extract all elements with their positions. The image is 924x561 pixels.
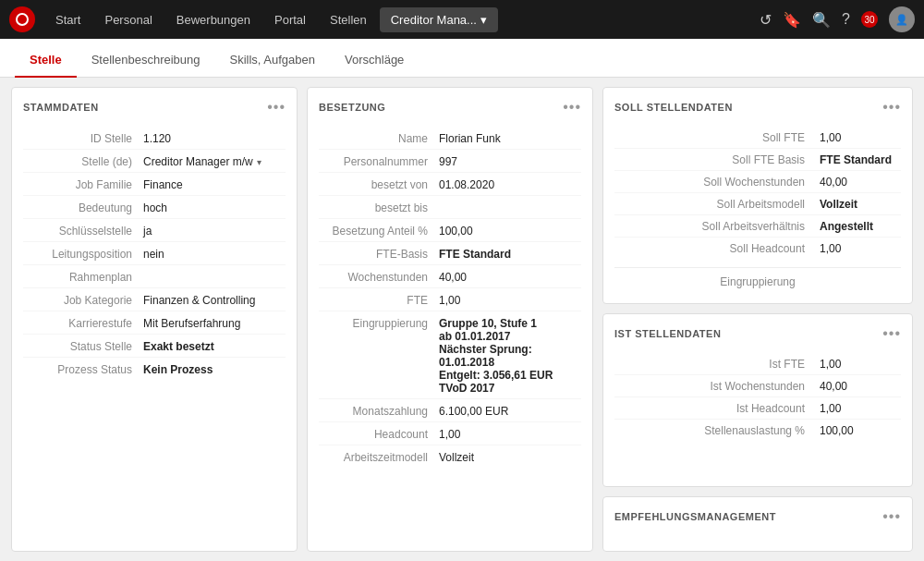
search-icon[interactable]: 🔍 bbox=[812, 11, 831, 29]
row-value: Kein Prozess bbox=[143, 361, 286, 376]
stammdaten-title: STAMMDATEN bbox=[23, 102, 99, 113]
row-value bbox=[143, 269, 286, 271]
soll-rows: Soll FTE1,00Soll FTE BasisFTE StandardSo… bbox=[614, 127, 901, 260]
row-value: 1.120 bbox=[143, 130, 286, 145]
nav-bewerbungen[interactable]: Bewerbungen bbox=[165, 7, 261, 32]
row-label: Soll Wochenstunden bbox=[622, 176, 820, 189]
row-label: Ist FTE bbox=[622, 358, 820, 371]
empfehlung-menu[interactable]: ••• bbox=[882, 508, 901, 525]
stammdaten-menu[interactable]: ••• bbox=[267, 99, 286, 116]
table-row: Soll ArbeitsverhältnisAngestellt bbox=[614, 215, 901, 238]
row-value[interactable]: Creditor Manager m/w bbox=[143, 153, 286, 168]
table-row: besetzt bis bbox=[319, 196, 581, 219]
table-row: Ist FTE1,00 bbox=[614, 353, 901, 375]
table-row: ArbeitszeitmodellVollzeit bbox=[319, 445, 581, 468]
nav-start[interactable]: Start bbox=[44, 7, 91, 32]
row-value bbox=[439, 200, 581, 201]
row-label: Soll Headcount bbox=[622, 242, 820, 255]
table-row: besetzt von01.08.2020 bbox=[319, 173, 581, 196]
besetzung-rows: NameFlorian FunkPersonalnummer997besetzt… bbox=[319, 127, 581, 468]
row-value: Finanzen & Controlling bbox=[143, 292, 286, 307]
table-row: Soll ArbeitsmodellVollzeit bbox=[614, 193, 901, 215]
stammdaten-header: STAMMDATEN ••• bbox=[23, 99, 286, 116]
eingruppierung-divider[interactable]: Eingruppierung bbox=[614, 267, 901, 292]
notification-badge[interactable]: 30 bbox=[861, 11, 878, 28]
history-icon[interactable]: ↺ bbox=[760, 11, 772, 29]
row-value: Vollzeit bbox=[439, 449, 581, 464]
row-label: Soll FTE Basis bbox=[622, 153, 820, 166]
table-row: Personalnummer997 bbox=[319, 150, 581, 173]
row-value: FTE Standard bbox=[439, 246, 581, 261]
table-row: Status StelleExakt besetzt bbox=[23, 335, 286, 358]
nav-portal[interactable]: Portal bbox=[263, 7, 317, 32]
app-logo[interactable] bbox=[9, 6, 35, 32]
table-row: Besetzung Anteil %100,00 bbox=[319, 219, 581, 242]
row-label: Rahmenplan bbox=[23, 269, 143, 284]
besetzung-menu[interactable]: ••• bbox=[563, 99, 581, 116]
ist-stellendaten-card: IST STELLENDATEN ••• Ist FTE1,00Ist Woch… bbox=[602, 313, 913, 487]
table-row: Ist Headcount1,00 bbox=[614, 397, 901, 420]
empfehlungsmanagement-card: EMPFEHLUNGSMANAGEMENT ••• bbox=[602, 496, 913, 552]
table-row: Soll FTE1,00 bbox=[614, 127, 901, 149]
row-label: Personalnummer bbox=[319, 153, 439, 168]
row-label: Ist Headcount bbox=[622, 402, 820, 415]
table-row: Stelle (de)Creditor Manager m/w bbox=[23, 150, 286, 173]
row-label: Arbeitszeitmodell bbox=[319, 449, 439, 464]
row-value: nein bbox=[143, 246, 286, 261]
row-label: ID Stelle bbox=[23, 130, 143, 145]
row-label: Besetzung Anteil % bbox=[319, 223, 439, 238]
table-row: Rahmenplan bbox=[23, 265, 286, 288]
tab-skills[interactable]: Skills, Aufgaben bbox=[215, 43, 331, 78]
nav-stellen[interactable]: Stellen bbox=[319, 7, 378, 32]
row-value: 1,00 bbox=[820, 242, 894, 255]
table-row: Leitungspositionnein bbox=[23, 242, 286, 265]
nav-personal[interactable]: Personal bbox=[93, 7, 163, 32]
right-column: SOLL STELLENDATEN ••• Soll FTE1,00Soll F… bbox=[602, 87, 913, 552]
row-label: besetzt bis bbox=[319, 200, 439, 214]
table-row: EingruppierungGruppe 10, Stufe 1 ab 01.0… bbox=[319, 311, 581, 399]
row-value: 1,00 bbox=[820, 358, 894, 371]
ist-title: IST STELLENDATEN bbox=[614, 328, 721, 339]
row-label: Bedeutung bbox=[23, 200, 143, 214]
row-value: Vollzeit bbox=[820, 198, 894, 211]
table-row: Prozess StatusKein Prozess bbox=[23, 358, 286, 380]
row-label: FTE-Basis bbox=[319, 246, 439, 261]
row-label: Status Stelle bbox=[23, 338, 143, 353]
user-avatar[interactable]: 👤 bbox=[889, 6, 915, 32]
tab-stellenbeschreibung[interactable]: Stellenbeschreibung bbox=[77, 43, 215, 78]
table-row: NameFlorian Funk bbox=[319, 127, 581, 150]
row-label: Ist Wochenstunden bbox=[622, 380, 820, 393]
table-row: Bedeutunghoch bbox=[23, 196, 286, 219]
row-label: Eingruppierung bbox=[319, 315, 439, 330]
row-label: Karrierestufe bbox=[23, 315, 143, 330]
ist-menu[interactable]: ••• bbox=[882, 325, 901, 342]
tab-stelle[interactable]: Stelle bbox=[15, 43, 77, 78]
row-value: Finance bbox=[143, 177, 286, 191]
row-label: Headcount bbox=[319, 426, 439, 441]
tab-vorschlaege[interactable]: Vorschläge bbox=[330, 43, 419, 78]
table-row: Job FamilieFinance bbox=[23, 173, 286, 196]
besetzung-title: BESETZUNG bbox=[319, 102, 385, 113]
row-value: 100,00 bbox=[439, 223, 581, 238]
main-content: STAMMDATEN ••• ID Stelle1.120Stelle (de)… bbox=[0, 78, 924, 561]
ist-rows: Ist FTE1,00Ist Wochenstunden40,00Ist Hea… bbox=[614, 353, 901, 442]
table-row: Monatszahlung6.100,00 EUR bbox=[319, 399, 581, 422]
row-label: Job Familie bbox=[23, 177, 143, 191]
row-label: Schlüsselstelle bbox=[23, 223, 143, 238]
help-icon[interactable]: ? bbox=[842, 11, 850, 28]
table-row: Stellenauslastung %100,00 bbox=[614, 420, 901, 442]
row-value: 1,00 bbox=[439, 426, 581, 441]
row-label: besetzt von bbox=[319, 177, 439, 191]
row-value: Angestellt bbox=[820, 220, 894, 233]
sub-nav: Stelle Stellenbeschreibung Skills, Aufga… bbox=[0, 39, 924, 78]
empfehlung-header: EMPFEHLUNGSMANAGEMENT ••• bbox=[614, 508, 901, 525]
nav-icons-group: ↺ 🔖 🔍 ? 30 👤 bbox=[760, 6, 915, 32]
soll-menu[interactable]: ••• bbox=[882, 99, 901, 116]
row-value: Mit Berufserfahrung bbox=[143, 315, 286, 330]
nav-active[interactable]: Creditor Mana... ▾ bbox=[380, 7, 498, 32]
row-value: FTE Standard bbox=[820, 153, 894, 166]
soll-title: SOLL STELLENDATEN bbox=[614, 102, 733, 113]
bookmark-icon[interactable]: 🔖 bbox=[783, 11, 801, 29]
ist-header: IST STELLENDATEN ••• bbox=[614, 325, 901, 342]
row-label: Stellenauslastung % bbox=[622, 424, 820, 437]
